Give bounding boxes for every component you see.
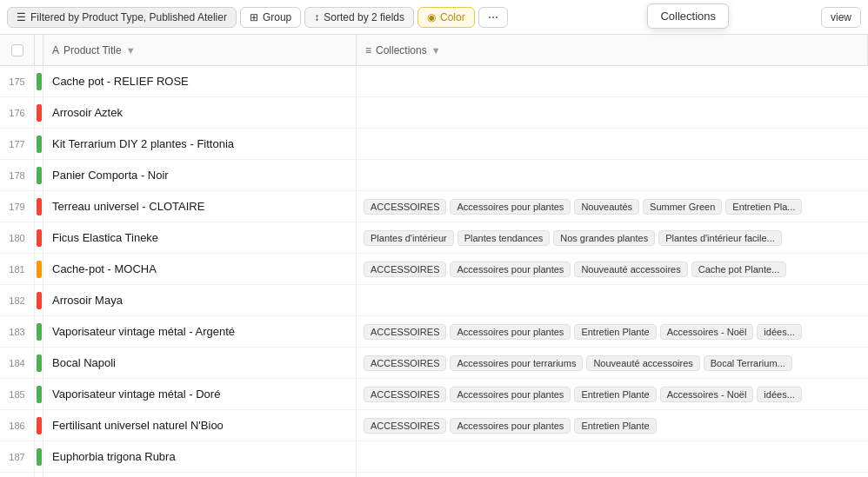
color-indicator — [37, 448, 42, 466]
collection-tag: Nouveautés — [574, 199, 639, 215]
row-color-cell — [35, 473, 43, 477]
color-label: Color — [440, 11, 465, 23]
row-number: 186 — [9, 421, 24, 431]
collection-tag: ACCESSOIRES — [364, 418, 446, 434]
table-row[interactable]: 175 Cache pot - RELIEF ROSE — [0, 66, 868, 97]
collection-tag: Accessoires pour plantes — [450, 199, 571, 215]
row-check-cell[interactable]: 176 — [0, 97, 35, 128]
row-color-cell — [35, 254, 43, 284]
product-title-header[interactable]: A Product Title ▼ — [43, 35, 357, 65]
color-indicator — [37, 417, 42, 434]
collections-popup: Collections — [647, 3, 729, 29]
collection-tag: ACCESSOIRES — [364, 387, 446, 402]
color-button[interactable]: ◉ Color — [417, 7, 475, 28]
collection-tag: Nouveauté accessoires — [574, 262, 687, 277]
filter-label: Filtered by Product Type, Published Atel… — [30, 11, 227, 23]
table-row[interactable]: 181 Cache-pot - MOCHA ACCESSOIRESAccesso… — [0, 254, 868, 285]
collections-cell: ACCESSOIRESAccessoires pour terrariumsNo… — [357, 348, 868, 378]
group-icon: ⊞ — [250, 11, 258, 23]
product-title-cell: Arrosoir Maya — [43, 285, 357, 315]
column-header-row: A Product Title ▼ ≡ Collections ▼ — [0, 35, 868, 66]
product-title-cell: Euphorbia trigona Rubra — [43, 441, 357, 472]
row-number: 177 — [9, 139, 24, 149]
table-row[interactable]: 176 Arrosoir Aztek — [0, 97, 868, 129]
collections-sort-icon: ▼ — [431, 45, 441, 56]
view-button[interactable]: view — [821, 7, 861, 28]
row-check-cell[interactable]: 181 — [0, 254, 35, 284]
row-check-cell[interactable]: 180 — [0, 222, 35, 253]
product-title-cell: Panier Comporta - Noir — [43, 160, 357, 190]
group-button[interactable]: ⊞ Group — [240, 7, 301, 28]
table-row[interactable]: 182 Arrosoir Maya — [0, 285, 868, 316]
table-row[interactable]: 183 Vaporisateur vintage métal - Argenté… — [0, 316, 868, 348]
row-number: 183 — [9, 327, 24, 337]
table-row[interactable]: 179 Terreau universel - CLOTAIRE ACCESSO… — [0, 191, 868, 222]
color-indicator — [37, 198, 42, 215]
row-color-cell — [35, 129, 43, 159]
color-indicator — [37, 292, 42, 309]
collection-tag: Entretien Plante — [574, 418, 656, 434]
row-check-cell[interactable]: 179 — [0, 191, 35, 222]
text-type-icon: A — [52, 44, 59, 56]
collections-cell: Plantes d'intérieurPlantes tendancesNos … — [357, 222, 868, 253]
product-title-cell: Vaporisateur vintage métal - Doré — [43, 379, 357, 409]
row-check-cell[interactable]: 175 — [0, 66, 35, 96]
collection-tag: Entretien Pla... — [725, 199, 802, 215]
row-number: 187 — [9, 452, 24, 462]
row-color-cell — [35, 191, 43, 222]
row-check-cell[interactable]: 182 — [0, 285, 35, 315]
product-title-cell: Fertilisant universel naturel N'Bioo — [43, 410, 357, 441]
collections-cell: Plantes d'interieur dépolluantesPlantes … — [357, 473, 868, 477]
row-check-cell[interactable]: 187 — [0, 441, 35, 472]
header-checkbox-cell[interactable] — [0, 35, 35, 65]
table-row[interactable]: 186 Fertilisant universel naturel N'Bioo… — [0, 410, 868, 441]
sort-indicator-icon: ▼ — [126, 45, 136, 56]
header-color-bar — [35, 35, 43, 65]
product-title-cell: Ficus Elastica Tineke — [43, 222, 357, 253]
select-all-checkbox[interactable] — [11, 44, 23, 56]
more-icon: ⋯ — [488, 11, 498, 23]
collection-tag: Plantes tendances — [457, 230, 551, 246]
row-color-cell — [35, 222, 43, 253]
row-color-cell — [35, 285, 43, 315]
more-button[interactable]: ⋯ — [478, 7, 508, 28]
table-row[interactable]: 185 Vaporisateur vintage métal - Doré AC… — [0, 379, 868, 410]
table-row[interactable]: 188 Lierre panaché Plantes d'interieur d… — [0, 473, 868, 477]
product-title-cell: Cache-pot - MOCHA — [43, 254, 357, 284]
collections-header[interactable]: ≡ Collections ▼ — [357, 35, 868, 65]
table-row[interactable]: 184 Bocal Napoli ACCESSOIRESAccessoires … — [0, 348, 868, 379]
table-row[interactable]: 178 Panier Comporta - Noir — [0, 160, 868, 191]
row-color-cell — [35, 97, 43, 128]
row-number: 181 — [9, 264, 24, 275]
row-check-cell[interactable]: 188 — [0, 473, 35, 477]
toolbar: ☰ Filtered by Product Type, Published At… — [0, 0, 868, 35]
collection-tag: Nouveauté accessoires — [586, 355, 699, 371]
color-indicator — [37, 229, 42, 247]
table-row[interactable]: 177 Kit Terrarium DIY 2 plantes - Fitton… — [0, 129, 868, 160]
row-check-cell[interactable]: 183 — [0, 316, 35, 347]
product-title-cell: Arrosoir Aztek — [43, 97, 357, 128]
product-title-cell: Kit Terrarium DIY 2 plantes - Fittonia — [43, 129, 357, 159]
row-color-cell — [35, 160, 43, 190]
table-row[interactable]: 180 Ficus Elastica Tineke Plantes d'inté… — [0, 222, 868, 254]
sort-button[interactable]: ↕ Sorted by 2 fields — [304, 7, 414, 28]
collection-tag: idées... — [757, 387, 801, 402]
filter-button[interactable]: ☰ Filtered by Product Type, Published At… — [7, 7, 237, 28]
row-check-cell[interactable]: 177 — [0, 129, 35, 159]
color-indicator — [37, 73, 42, 90]
table-body: 175 Cache pot - RELIEF ROSE 176 Arrosoir… — [0, 66, 868, 477]
row-number: 175 — [9, 76, 24, 87]
collection-tag: Plantes d'intérieur facile... — [658, 230, 782, 246]
row-check-cell[interactable]: 184 — [0, 348, 35, 378]
row-check-cell[interactable]: 186 — [0, 410, 35, 441]
product-title-cell: Bocal Napoli — [43, 348, 357, 378]
row-check-cell[interactable]: 178 — [0, 160, 35, 190]
row-number: 180 — [9, 233, 24, 243]
collections-cell: ACCESSOIRESAccessoires pour plantesNouve… — [357, 191, 868, 222]
sort-label: Sorted by 2 fields — [324, 11, 404, 23]
table-row[interactable]: 187 Euphorbia trigona Rubra — [0, 441, 868, 473]
row-check-cell[interactable]: 185 — [0, 379, 35, 409]
collection-tag: Accessoires pour plantes — [450, 324, 571, 340]
collections-cell — [357, 66, 868, 96]
row-color-cell — [35, 316, 43, 347]
